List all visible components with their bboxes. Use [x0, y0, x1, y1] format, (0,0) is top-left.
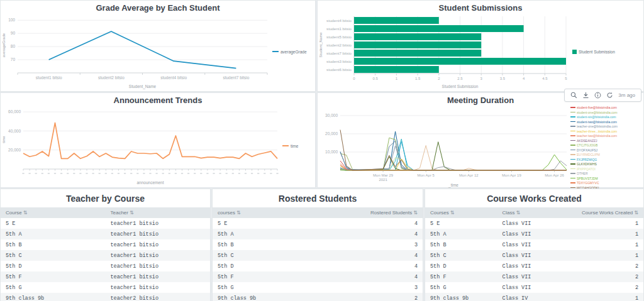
table-cell: teacher1 bitsio	[106, 229, 211, 239]
column-header[interactable]: Courses⇅	[425, 207, 497, 218]
legend-item-series[interactable]: CTCJTGJOGB	[570, 143, 618, 147]
line-swatch-icon	[570, 131, 575, 132]
legend-item-series[interactable]: OTHER	[570, 172, 618, 175]
table-cell: 1	[569, 239, 643, 250]
refresh-icon[interactable]	[606, 92, 613, 99]
legend-item-series[interactable]: DYOFXAUFSJ	[570, 148, 618, 152]
column-header[interactable]: Course Works Created⇅	[569, 207, 643, 218]
table-cell: 5th D	[425, 261, 497, 271]
table-cell: 2	[569, 271, 643, 282]
svg-text:Student Submission: Student Submission	[442, 84, 479, 89]
table-row: 9th class 9b2	[213, 293, 423, 301]
last-refresh-timestamp: 3m ago	[618, 92, 635, 98]
table-cell: 4	[328, 250, 423, 261]
legend-item-time[interactable]: time	[282, 144, 298, 148]
table-row: 5 E4	[213, 218, 423, 229]
svg-text:student6 bitsio: student6 bitsio	[326, 67, 352, 72]
table-row: 5th Ateacher1 bitsio	[1, 229, 210, 239]
table-cell: 1	[569, 229, 643, 239]
table-cell: Class VII	[497, 271, 570, 282]
legend-label: EUYRMDCLIPM	[577, 153, 600, 156]
table-row: 5th B3	[213, 239, 423, 250]
svg-text:0: 0	[353, 77, 355, 80]
column-header-label: Class	[502, 210, 515, 216]
legend-item-series[interactable]: EUYRMDCLIPM	[570, 153, 618, 156]
square-swatch-icon	[572, 50, 577, 54]
legend-item-series[interactable]: FXJPRZMIQG	[570, 158, 618, 161]
announcement-trends-chart[interactable]: 20,00040,00060,000announcementtime	[1, 106, 282, 186]
svg-text:student3 bitsio: student3 bitsio	[326, 59, 352, 63]
panel-announcement-trends: Announcement Trends 20,00040,00060,000an…	[0, 92, 316, 188]
legend-label: CTCJTGJOGB	[577, 143, 597, 147]
table-cell: teacher1 bitsio	[106, 282, 211, 293]
svg-text:3.5: 3.5	[500, 77, 506, 80]
data-table: Course⇅Teacher⇅5 Eteacher1 bitsio5th Ate…	[1, 207, 210, 301]
table-cell: 5th F	[425, 271, 497, 282]
column-header-label: Teacher	[111, 210, 128, 216]
svg-text:Mon Apr 26: Mon Apr 26	[545, 173, 564, 177]
line-swatch-icon	[570, 182, 575, 183]
svg-text:60,000: 60,000	[8, 109, 21, 114]
column-header[interactable]: Rostered Students⇅	[328, 207, 423, 218]
line-swatch-icon	[570, 168, 575, 170]
line-swatch-icon	[272, 51, 279, 52]
sort-icon: ⇅	[23, 210, 28, 216]
legend-item-series[interactable]: AKDSEANZZJ	[570, 139, 618, 143]
legend-item-student-submission[interactable]: Student Submission	[572, 50, 615, 54]
legend-item-averagegrade[interactable]: averageGrade	[272, 50, 307, 54]
sort-icon: ⇅	[413, 210, 418, 216]
line-swatch-icon	[570, 163, 575, 165]
table-cell: 1	[569, 293, 643, 301]
meeting-duration-chart[interactable]: 10,00020,00030,000Mon Mar 292021Mon Apr …	[318, 107, 570, 188]
legend-item-series[interactable]: student-six@bitsioindia.com	[570, 115, 618, 119]
info-icon[interactable]	[594, 92, 601, 99]
legend-label: teacher-three...itsioindia.com	[577, 129, 617, 133]
download-icon[interactable]	[582, 92, 589, 99]
column-header-label: Courses	[430, 210, 449, 216]
legend-label: FXJPRZMIQG	[577, 158, 597, 161]
legend-item-series[interactable]: SPBUVSTJDM	[570, 177, 618, 180]
line-swatch-icon	[570, 116, 575, 118]
legend-item-series[interactable]: IPXPPQATOI	[570, 167, 618, 171]
legend-item-series[interactable]: student-one@bitsioindia.com	[570, 111, 618, 114]
svg-text:1: 1	[396, 77, 398, 80]
legend-item-series[interactable]: student-two@bitsioindia.com	[570, 120, 618, 124]
legend-label: DYOFXAUFSJ	[577, 148, 597, 152]
legend-item-series[interactable]: student-five@bitsioindia.com	[570, 106, 618, 109]
table-cell: 5th C	[1, 250, 106, 261]
column-header[interactable]: Class⇅	[497, 207, 570, 218]
table-cell: 4	[328, 271, 423, 282]
table-cell: 5th C	[425, 250, 497, 261]
student-submissions-chart[interactable]: 00.511.522.533.544.55student4 bitsiostud…	[318, 13, 572, 90]
legend-item-series[interactable]: TDXYGGMYVC	[570, 181, 618, 185]
legend-item-series[interactable]: GLKXDKWHS	[570, 162, 618, 166]
legend-item-series[interactable]: teacher-one@bitsioindia.com	[570, 124, 618, 128]
panel-meeting-duration: 3m ago Meeting Duration 10,00020,00030,0…	[317, 92, 644, 188]
table-cell: 5th G	[425, 282, 497, 293]
legend-item-series[interactable]: teacher-three...itsioindia.com	[570, 129, 618, 133]
table-cell: 5 E	[213, 218, 328, 229]
table-row: 5th CClass VII1	[425, 250, 643, 261]
line-swatch-icon	[570, 140, 575, 141]
column-header[interactable]: Course⇅	[1, 207, 106, 218]
legend-label: Student Submission	[579, 50, 615, 54]
table-cell: 5th B	[1, 239, 106, 250]
legend-item-series[interactable]: teacher-two@bitsioindia.com	[570, 134, 618, 138]
column-header[interactable]: courses⇅	[213, 207, 328, 218]
table-row: 5th C4	[213, 250, 423, 261]
table-cell: 5th A	[213, 229, 328, 239]
data-table: courses⇅Rostered Students⇅5 E45th A45th …	[213, 207, 423, 301]
svg-text:student2 bitsio: student2 bitsio	[326, 43, 352, 47]
table-cell: 5th A	[1, 229, 106, 239]
search-icon[interactable]	[570, 92, 577, 99]
svg-text:Mon Apr 12: Mon Apr 12	[459, 173, 479, 177]
table-cell: teacher1 bitsio	[106, 218, 211, 229]
legend-label: OTHER	[577, 172, 588, 175]
svg-text:20,000: 20,000	[325, 131, 338, 136]
column-header[interactable]: Teacher⇅	[106, 207, 211, 218]
table-row: 5th AClass VII1	[425, 229, 643, 239]
column-header-label: Course Works Created	[582, 210, 633, 216]
sort-icon: ⇅	[130, 210, 134, 216]
grade-average-chart[interactable]: 708090100student1 bitsiostudent2 bitsios…	[1, 13, 272, 90]
table-cell: 5th C	[213, 250, 328, 261]
